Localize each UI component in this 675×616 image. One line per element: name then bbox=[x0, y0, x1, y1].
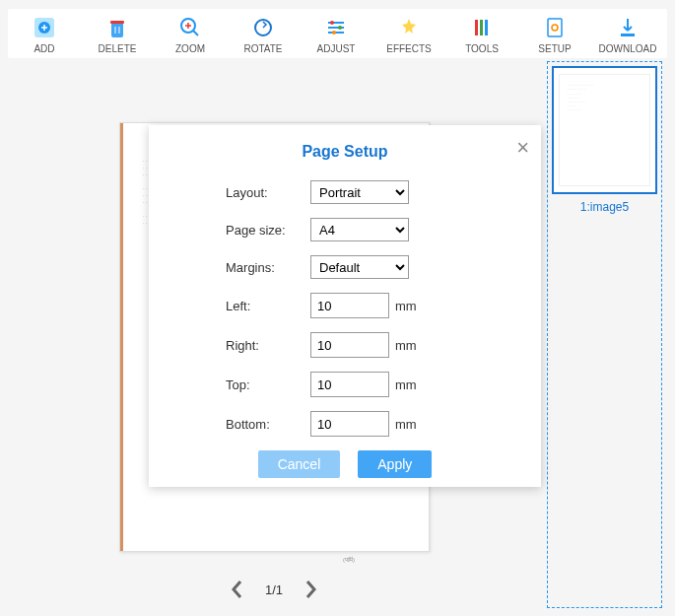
modal-close-button[interactable]: × bbox=[516, 135, 529, 161]
next-page-button[interactable] bbox=[301, 580, 320, 599]
effects-icon bbox=[397, 16, 421, 39]
toolbar-rotate[interactable]: ROTATE bbox=[227, 9, 300, 58]
toolbar-effects-label: EFFECTS bbox=[386, 43, 432, 54]
rotate-icon bbox=[251, 16, 275, 39]
right-unit: mm bbox=[395, 338, 417, 353]
zoom-icon bbox=[178, 16, 202, 39]
page-size-label: Page size: bbox=[226, 223, 310, 238]
top-unit: mm bbox=[395, 377, 417, 392]
page-size-select[interactable]: A4 bbox=[310, 218, 409, 241]
setup-icon bbox=[543, 16, 567, 39]
modal-title: Page Setup bbox=[176, 143, 513, 161]
bottom-label: Bottom: bbox=[226, 417, 310, 432]
prev-page-button[interactable] bbox=[228, 580, 247, 599]
svg-rect-10 bbox=[485, 20, 488, 35]
toolbar-tools-label: TOOLS bbox=[465, 43, 499, 54]
bottom-input[interactable] bbox=[310, 411, 389, 437]
top-label: Top: bbox=[226, 377, 310, 392]
toolbar-setup[interactable]: SETUP bbox=[518, 9, 591, 58]
toolbar-adjust-label: ADJUST bbox=[317, 43, 356, 54]
left-label: Left: bbox=[226, 299, 310, 313]
svg-point-6 bbox=[338, 26, 342, 30]
toolbar-download[interactable]: DOWNLOAD bbox=[591, 9, 664, 58]
toolbar-adjust[interactable]: ADJUST bbox=[300, 9, 372, 58]
thumbnail-sidebar: . . . . . . . . . . . . . . . . . . . . … bbox=[547, 61, 662, 608]
svg-rect-8 bbox=[475, 20, 478, 35]
thumbnail-label: 1:image5 bbox=[548, 200, 661, 214]
bottom-unit: mm bbox=[395, 417, 417, 432]
pager: 1/1 bbox=[228, 580, 320, 599]
margins-label: Margins: bbox=[226, 260, 310, 275]
right-input[interactable] bbox=[310, 332, 389, 358]
toolbar-add-label: ADD bbox=[34, 43, 54, 54]
right-label: Right: bbox=[226, 338, 310, 353]
top-input[interactable] bbox=[310, 372, 389, 397]
left-input[interactable] bbox=[310, 293, 389, 318]
left-unit: mm bbox=[395, 299, 417, 313]
svg-rect-2 bbox=[110, 21, 124, 24]
thumbnail-content: . . . . . . . . . . . . . . . . . . . . … bbox=[559, 74, 650, 185]
preview-caption: (फॉर्म) bbox=[343, 557, 355, 564]
toolbar-add[interactable]: ADD bbox=[8, 9, 81, 58]
page-setup-modal: × Page Setup Layout: Portrait Page size:… bbox=[149, 125, 541, 487]
layout-select[interactable]: Portrait bbox=[310, 180, 409, 204]
pager-text: 1/1 bbox=[265, 582, 283, 597]
toolbar-delete[interactable]: DELETE bbox=[81, 9, 154, 58]
svg-point-5 bbox=[330, 21, 334, 25]
svg-rect-9 bbox=[480, 20, 483, 35]
svg-rect-11 bbox=[548, 19, 562, 36]
thumbnail-1[interactable]: . . . . . . . . . . . . . . . . . . . . … bbox=[552, 66, 657, 194]
toolbar-setup-label: SETUP bbox=[538, 43, 571, 54]
apply-button[interactable]: Apply bbox=[358, 450, 432, 478]
add-icon bbox=[33, 16, 56, 39]
delete-icon bbox=[105, 16, 129, 39]
toolbar-delete-label: DELETE bbox=[99, 43, 137, 54]
toolbar-rotate-label: ROTATE bbox=[243, 43, 282, 54]
margins-select[interactable]: Default bbox=[310, 255, 409, 279]
toolbar-zoom-label: ZOOM bbox=[175, 43, 205, 54]
toolbar-download-label: DOWNLOAD bbox=[599, 43, 657, 54]
svg-rect-13 bbox=[621, 34, 635, 36]
svg-point-7 bbox=[332, 31, 336, 34]
toolbar-zoom[interactable]: ZOOM bbox=[154, 9, 227, 58]
download-icon bbox=[616, 16, 640, 39]
toolbar-tools[interactable]: TOOLS bbox=[445, 9, 518, 58]
layout-label: Layout: bbox=[226, 185, 310, 200]
tools-icon bbox=[470, 16, 494, 39]
cancel-button[interactable]: Cancel bbox=[258, 450, 341, 478]
adjust-icon bbox=[324, 16, 348, 39]
toolbar-effects[interactable]: EFFECTS bbox=[372, 9, 445, 58]
toolbar: ADD DELETE ZOOM ROTATE ADJUST EFFECTS bbox=[8, 9, 667, 58]
